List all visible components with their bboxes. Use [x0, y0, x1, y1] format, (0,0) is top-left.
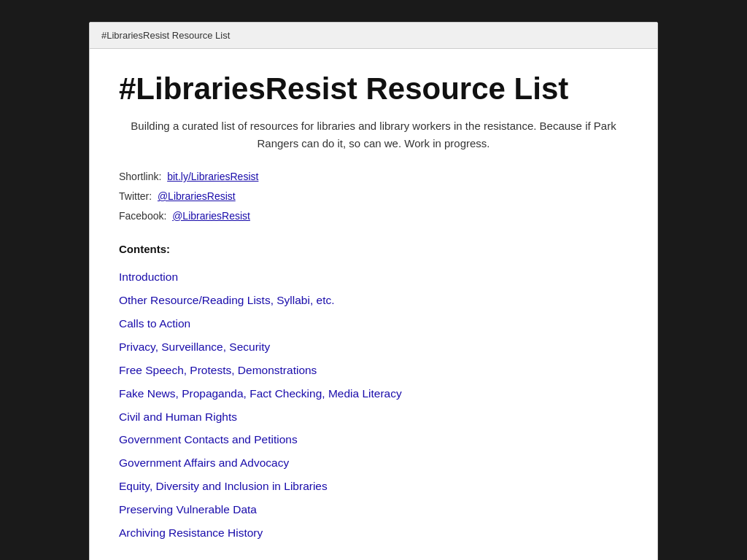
- facebook-line: Facebook: @LibrariesResist: [119, 206, 628, 226]
- toc-link[interactable]: Government Affairs and Advocacy: [119, 456, 289, 469]
- toc-list: IntroductionOther Resource/Reading Lists…: [119, 267, 628, 543]
- facebook-link[interactable]: @LibrariesResist: [172, 210, 250, 222]
- facebook-label: Facebook:: [119, 210, 166, 222]
- list-item: Civil and Human Rights: [119, 407, 628, 427]
- title-bar: #LibrariesResist Resource List: [90, 23, 657, 49]
- list-item: Free Speech, Protests, Demonstrations: [119, 360, 628, 381]
- toc-link[interactable]: Equity, Diversity and Inclusion in Libra…: [119, 480, 328, 492]
- twitter-link[interactable]: @LibrariesResist: [158, 190, 236, 202]
- shortlink-label: Shortlink:: [119, 171, 161, 182]
- content-area: #LibrariesResist Resource List Building …: [90, 49, 657, 560]
- toc-link[interactable]: Privacy, Surveillance, Security: [119, 341, 270, 353]
- toc-link[interactable]: Civil and Human Rights: [119, 411, 237, 423]
- contents-label: Contents:: [119, 243, 628, 255]
- list-item: Fake News, Propaganda, Fact Checking, Me…: [119, 384, 628, 404]
- page-description: Building a curated list of resources for…: [119, 117, 628, 152]
- twitter-label: Twitter:: [119, 190, 152, 202]
- meta-info: Shortlink: bit.ly/LibrariesResist Twitte…: [119, 167, 628, 225]
- window-title: #LibrariesResist Resource List: [101, 30, 230, 41]
- shortlink-line: Shortlink: bit.ly/LibrariesResist: [119, 167, 628, 187]
- toc-link[interactable]: Other Resource/Reading Lists, Syllabi, e…: [119, 294, 335, 306]
- toc-link[interactable]: Fake News, Propaganda, Fact Checking, Me…: [119, 387, 402, 400]
- list-item: Preserving Vulnerable Data: [119, 499, 628, 520]
- list-item: Calls to Action: [119, 314, 628, 334]
- toc-link[interactable]: Free Speech, Protests, Demonstrations: [119, 364, 317, 376]
- list-item: Other Resource/Reading Lists, Syllabi, e…: [119, 290, 628, 311]
- shortlink-link[interactable]: bit.ly/LibrariesResist: [167, 171, 258, 182]
- page-heading: #LibrariesResist Resource List: [119, 71, 628, 107]
- list-item: Introduction: [119, 267, 628, 287]
- toc-link[interactable]: Archiving Resistance History: [119, 526, 263, 539]
- twitter-line: Twitter: @LibrariesResist: [119, 187, 628, 206]
- list-item: Archiving Resistance History: [119, 523, 628, 543]
- toc-link[interactable]: Calls to Action: [119, 317, 190, 330]
- main-window: #LibrariesResist Resource List #Librarie…: [89, 22, 658, 560]
- list-item: Government Affairs and Advocacy: [119, 453, 628, 473]
- toc-link[interactable]: Government Contacts and Petitions: [119, 433, 298, 446]
- list-item: Equity, Diversity and Inclusion in Libra…: [119, 476, 628, 497]
- list-item: Privacy, Surveillance, Security: [119, 337, 628, 357]
- list-item: Government Contacts and Petitions: [119, 429, 628, 450]
- toc-link[interactable]: Introduction: [119, 271, 178, 283]
- toc-link[interactable]: Preserving Vulnerable Data: [119, 503, 257, 516]
